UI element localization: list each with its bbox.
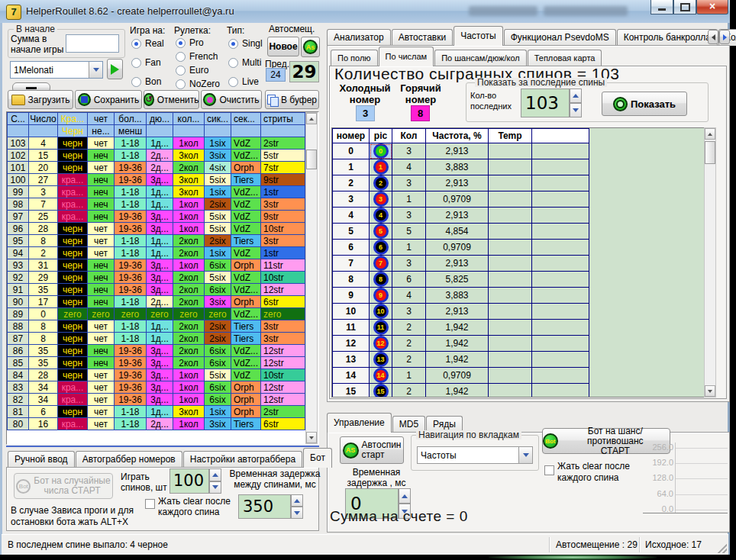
tab-функционал-psevdoms[interactable]: Функционал PsevdoMS <box>504 29 616 46</box>
chevron-down-icon[interactable] <box>518 447 532 463</box>
save-button[interactable]: Сохранить <box>75 90 142 109</box>
chevron-down-icon[interactable] <box>89 62 102 78</box>
scroll-up-icon[interactable] <box>705 128 715 140</box>
scroll-thumb[interactable] <box>306 150 317 169</box>
resize-grip[interactable] <box>718 544 727 553</box>
radio-singl[interactable]: Singl <box>228 38 263 49</box>
freq-number-cell[interactable]: 8 <box>333 272 370 288</box>
freq-pic-cell[interactable]: 10 <box>370 304 392 320</box>
scroll-down-icon[interactable] <box>705 385 715 397</box>
close-button[interactable]: × <box>696 0 728 14</box>
radio-live[interactable]: Live <box>228 76 259 87</box>
freq-pic-cell[interactable]: 1 <box>370 159 392 175</box>
count-value[interactable]: 103 <box>521 89 570 117</box>
freq-number-cell[interactable]: 6 <box>333 240 370 256</box>
profile-combobox[interactable]: 1Melonati <box>10 61 103 79</box>
spin-delay-value[interactable]: 350 <box>238 494 291 519</box>
nav-combobox[interactable]: Частоты <box>417 446 533 464</box>
spin-delay-stepper[interactable]: 350 <box>238 494 303 519</box>
freq-pic-cell[interactable]: 0 <box>370 143 392 159</box>
play-spins-value[interactable]: 100 <box>169 468 209 494</box>
freq-number-cell[interactable]: 10 <box>333 304 370 320</box>
table-row[interactable]: 151521,942 <box>333 384 589 398</box>
freq-number-cell[interactable]: 0 <box>333 143 370 159</box>
freq-number-cell[interactable]: 1 <box>333 159 370 175</box>
freq-number-cell[interactable]: 14 <box>333 368 370 384</box>
freq-number-cell[interactable]: 5 <box>333 224 370 240</box>
freq-number-cell[interactable]: 2 <box>333 175 370 191</box>
as-button[interactable]: As <box>301 37 320 57</box>
scroll-down-icon[interactable] <box>306 432 317 443</box>
minimize-button[interactable] <box>650 0 673 14</box>
table-row[interactable]: 6610,9709 <box>333 240 589 256</box>
table-row[interactable]: 0032,913 <box>333 143 589 159</box>
tab-бот[interactable]: Бот <box>303 448 332 468</box>
freq-number-cell[interactable]: 9 <box>333 288 370 304</box>
start-sum-input[interactable] <box>66 34 119 53</box>
spin-up-icon[interactable] <box>399 488 411 504</box>
play-spins-stepper[interactable]: 100 <box>169 468 221 494</box>
freq-number-cell[interactable]: 7 <box>333 256 370 272</box>
radio-french[interactable]: French <box>176 51 218 62</box>
table-row[interactable]: 9943,883 <box>333 288 589 304</box>
play-button[interactable] <box>107 59 123 79</box>
freq-pic-cell[interactable]: 14 <box>370 368 392 384</box>
tab-автограббер-номеров[interactable]: Автограббер номеров <box>76 451 182 468</box>
table-row[interactable]: 101032,913 <box>333 304 589 320</box>
subtab-по-шансам-дюж-кол[interactable]: По шансам/дюж/кол <box>434 50 527 66</box>
freq-pic-cell[interactable]: 4 <box>370 208 392 224</box>
load-button[interactable]: Загрузить <box>8 90 73 109</box>
freq-pic-cell[interactable]: 2 <box>370 175 392 191</box>
tab-scroll-right-button[interactable] <box>719 30 730 44</box>
show-button[interactable]: Показать <box>602 92 687 116</box>
tab-scroll-left-button[interactable] <box>708 30 718 44</box>
table-row[interactable]: 111121,942 <box>333 320 589 336</box>
subtab-тепловая-карта[interactable]: Тепловая карта <box>528 50 602 66</box>
freq-number-cell[interactable]: 13 <box>333 352 370 368</box>
frequency-scrollbar[interactable] <box>704 127 716 397</box>
history-scrollbar[interactable] <box>305 112 318 444</box>
freq-number-cell[interactable]: 3 <box>333 191 370 208</box>
spin-down-icon[interactable] <box>570 103 582 117</box>
radio-multi[interactable]: Multi <box>228 57 261 68</box>
radio-icon[interactable] <box>176 79 186 89</box>
freq-pic-cell[interactable]: 7 <box>370 256 392 272</box>
tab-частоты[interactable]: Частоты <box>454 26 503 46</box>
freq-pic-cell[interactable]: 6 <box>370 240 392 256</box>
subtab-по-полю[interactable]: По полю <box>331 50 378 66</box>
table-row[interactable]: 141410,9709 <box>333 368 589 384</box>
table-row[interactable]: 1143,883 <box>333 159 589 175</box>
table-row[interactable]: 8865,825 <box>333 272 589 288</box>
table-row[interactable]: 7732,913 <box>333 256 589 272</box>
radio-icon[interactable] <box>228 77 238 87</box>
spin-up-icon[interactable] <box>570 89 582 103</box>
tab-контроль-банкролла[interactable]: Контроль банкролла <box>617 29 718 46</box>
radio-nozero[interactable]: NoZero <box>176 79 220 89</box>
random-bot-button[interactable]: Bot Бот на случайныечисла СТАРТ <box>14 473 113 499</box>
tab-автоставки[interactable]: Автоставки <box>392 29 454 46</box>
undo-button[interactable]: ↺ Отменить <box>144 90 199 109</box>
table-row[interactable]: 4432,913 <box>333 208 589 224</box>
radio-icon[interactable] <box>131 58 141 68</box>
new-button[interactable]: Новое <box>267 37 299 56</box>
freq-number-cell[interactable]: 11 <box>333 320 370 336</box>
tab-настройки-автограббера[interactable]: Настройки автограббера <box>183 451 302 468</box>
radio-icon[interactable] <box>176 38 186 48</box>
subtab-по-числам[interactable]: По числам <box>379 47 434 66</box>
freq-pic-cell[interactable]: 15 <box>370 384 392 398</box>
freq-pic-cell[interactable]: 3 <box>370 191 392 208</box>
spin-up-icon[interactable] <box>291 494 303 507</box>
spin-down-icon[interactable] <box>209 481 221 494</box>
radio-real[interactable]: Real <box>131 38 164 49</box>
clear-after-spin-checkbox[interactable] <box>145 499 155 509</box>
freq-pic-cell[interactable]: 8 <box>370 272 392 288</box>
radio-icon[interactable] <box>131 77 141 87</box>
table-row[interactable]: 5554,854 <box>333 224 589 240</box>
spin-down-icon[interactable] <box>291 507 303 519</box>
table-row[interactable]: 3310,9709 <box>333 191 589 208</box>
tab-ручной-ввод[interactable]: Ручной ввод <box>8 451 75 468</box>
radio-icon[interactable] <box>131 39 141 49</box>
radio-icon[interactable] <box>176 66 186 76</box>
table-row[interactable]: 131321,942 <box>333 352 589 368</box>
copy-buffer-button[interactable]: В буфер <box>265 90 319 109</box>
